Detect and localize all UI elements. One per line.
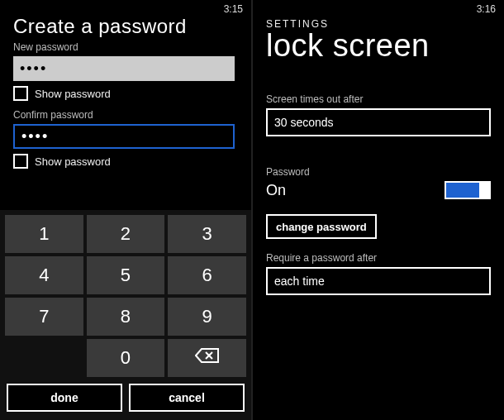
keypad-3[interactable]: 3 — [168, 215, 246, 253]
checkbox-icon — [13, 86, 28, 101]
keypad-6[interactable]: 6 — [168, 256, 246, 294]
password-toggle[interactable] — [445, 181, 491, 199]
phone-lock-screen-settings: 3:16 SETTINGS lock screen Screen times o… — [251, 0, 504, 420]
keypad-4[interactable]: 4 — [5, 256, 83, 294]
show-password-2-row[interactable]: Show password — [13, 154, 238, 169]
checkbox-icon — [13, 154, 28, 169]
timeout-select[interactable]: 30 seconds — [266, 108, 491, 136]
done-button[interactable]: done — [7, 384, 122, 412]
phone-create-password: 3:15 Create a password New password ••••… — [0, 0, 251, 420]
new-password-label: New password — [13, 41, 238, 53]
require-select[interactable]: each time — [266, 267, 491, 295]
page-title: Create a password — [13, 15, 238, 38]
keypad-2[interactable]: 2 — [87, 215, 165, 253]
keypad-5[interactable]: 5 — [87, 256, 165, 294]
numeric-keypad: 1 2 3 4 5 6 7 8 9 0 done cancel — [0, 210, 251, 420]
backspace-icon — [195, 347, 220, 369]
page-title: lock screen — [266, 28, 491, 64]
require-label: Require a password after — [266, 252, 491, 264]
timeout-label: Screen times out after — [266, 93, 491, 105]
confirm-password-value: •••• — [21, 128, 49, 146]
show-password-1-row[interactable]: Show password — [13, 86, 238, 101]
keypad-8[interactable]: 8 — [87, 298, 165, 336]
new-password-input[interactable]: •••• — [13, 56, 235, 81]
keypad-backspace[interactable] — [168, 339, 246, 377]
cancel-button[interactable]: cancel — [129, 384, 245, 412]
status-time: 3:16 — [477, 3, 496, 15]
keypad-1[interactable]: 1 — [5, 215, 83, 253]
show-password-1-label: Show password — [35, 88, 111, 100]
keypad-blank — [5, 339, 83, 377]
change-password-button[interactable]: change password — [266, 214, 377, 239]
password-state: On — [266, 182, 286, 199]
show-password-2-label: Show password — [35, 155, 111, 168]
timeout-value: 30 seconds — [274, 116, 334, 129]
keypad-9[interactable]: 9 — [168, 298, 246, 336]
status-time: 3:15 — [224, 3, 243, 15]
confirm-password-input[interactable]: •••• — [13, 124, 235, 149]
keypad-0[interactable]: 0 — [87, 339, 165, 377]
password-label: Password — [266, 166, 491, 178]
keypad-7[interactable]: 7 — [5, 298, 83, 336]
toggle-knob — [479, 183, 489, 198]
require-value: each time — [274, 274, 325, 288]
confirm-password-label: Confirm password — [13, 109, 238, 121]
toggle-fill — [446, 183, 479, 198]
new-password-value: •••• — [20, 60, 47, 78]
